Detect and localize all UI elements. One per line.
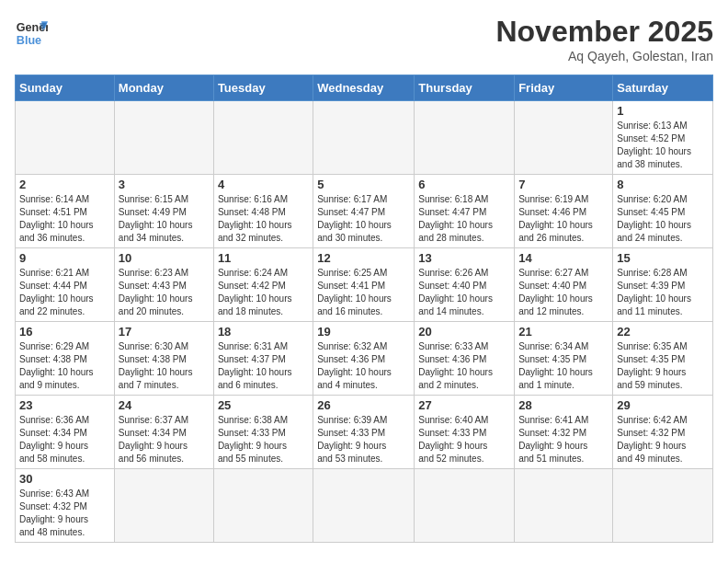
calendar-cell: 21Sunrise: 6:34 AM Sunset: 4:35 PM Dayli… [515,322,613,396]
calendar-cell [213,469,313,543]
day-info: Sunrise: 6:28 AM Sunset: 4:39 PM Dayligh… [617,267,709,318]
calendar-week-row: 1Sunrise: 6:13 AM Sunset: 4:52 PM Daylig… [16,101,713,175]
day-info: Sunrise: 6:40 AM Sunset: 4:33 PM Dayligh… [418,414,510,465]
day-header-saturday: Saturday [613,75,713,101]
calendar-cell: 15Sunrise: 6:28 AM Sunset: 4:39 PM Dayli… [613,248,713,322]
day-info: Sunrise: 6:35 AM Sunset: 4:35 PM Dayligh… [617,340,709,392]
day-number: 27 [418,398,510,412]
day-header-wednesday: Wednesday [313,75,415,101]
day-info: Sunrise: 6:39 AM Sunset: 4:33 PM Dayligh… [317,414,410,465]
day-number: 3 [119,178,210,191]
day-header-tuesday: Tuesday [213,75,313,101]
svg-text:Blue: Blue [17,34,41,47]
location-subtitle: Aq Qayeh, Golestan, Iran [495,49,713,63]
day-header-friday: Friday [515,75,613,101]
page-header: General Blue November 2025 Aq Qayeh, Gol… [15,15,713,63]
calendar-cell: 10Sunrise: 6:23 AM Sunset: 4:43 PM Dayli… [114,248,213,322]
calendar-cell: 20Sunrise: 6:33 AM Sunset: 4:36 PM Dayli… [415,322,515,396]
calendar-cell [415,101,515,175]
day-number: 8 [617,178,709,191]
calendar-week-row: 16Sunrise: 6:29 AM Sunset: 4:38 PM Dayli… [16,322,713,396]
day-number: 13 [418,251,510,265]
calendar-cell [613,469,713,543]
calendar-cell: 27Sunrise: 6:40 AM Sunset: 4:33 PM Dayli… [415,396,515,469]
calendar-cell [415,469,515,543]
calendar-cell: 25Sunrise: 6:38 AM Sunset: 4:33 PM Dayli… [213,396,313,469]
calendar-week-row: 30Sunrise: 6:43 AM Sunset: 4:32 PM Dayli… [16,469,713,543]
day-info: Sunrise: 6:42 AM Sunset: 4:32 PM Dayligh… [617,414,709,465]
day-info: Sunrise: 6:29 AM Sunset: 4:38 PM Dayligh… [19,340,110,392]
day-number: 18 [218,325,309,339]
calendar-cell: 8Sunrise: 6:20 AM Sunset: 4:45 PM Daylig… [613,175,713,248]
calendar-cell [114,101,213,175]
day-info: Sunrise: 6:23 AM Sunset: 4:43 PM Dayligh… [119,267,210,318]
day-header-thursday: Thursday [415,75,515,101]
day-info: Sunrise: 6:36 AM Sunset: 4:34 PM Dayligh… [19,414,110,465]
calendar-table: SundayMondayTuesdayWednesdayThursdayFrid… [15,75,713,543]
day-number: 5 [317,178,410,191]
calendar-cell: 28Sunrise: 6:41 AM Sunset: 4:32 PM Dayli… [515,396,613,469]
day-info: Sunrise: 6:32 AM Sunset: 4:36 PM Dayligh… [317,340,410,392]
logo: General Blue [15,15,48,48]
title-block: November 2025 Aq Qayeh, Golestan, Iran [495,15,713,63]
logo-icon: General Blue [15,15,48,48]
day-info: Sunrise: 6:27 AM Sunset: 4:40 PM Dayligh… [518,267,609,318]
day-number: 4 [218,178,309,191]
day-number: 30 [19,472,110,486]
day-info: Sunrise: 6:30 AM Sunset: 4:38 PM Dayligh… [119,340,210,392]
calendar-cell: 5Sunrise: 6:17 AM Sunset: 4:47 PM Daylig… [313,175,415,248]
day-header-sunday: Sunday [16,75,115,101]
day-number: 12 [317,251,410,265]
day-number: 20 [418,325,510,339]
day-number: 11 [218,251,309,265]
calendar-cell: 7Sunrise: 6:19 AM Sunset: 4:46 PM Daylig… [515,175,613,248]
calendar-cell: 18Sunrise: 6:31 AM Sunset: 4:37 PM Dayli… [213,322,313,396]
calendar-cell [515,101,613,175]
day-info: Sunrise: 6:41 AM Sunset: 4:32 PM Dayligh… [518,414,609,465]
day-number: 15 [617,251,709,265]
day-number: 9 [19,251,110,265]
day-number: 26 [317,398,410,412]
day-number: 10 [119,251,210,265]
calendar-cell [515,469,613,543]
day-info: Sunrise: 6:43 AM Sunset: 4:32 PM Dayligh… [19,488,110,539]
day-info: Sunrise: 6:20 AM Sunset: 4:45 PM Dayligh… [617,193,709,245]
calendar-week-row: 2Sunrise: 6:14 AM Sunset: 4:51 PM Daylig… [16,175,713,248]
day-header-monday: Monday [114,75,213,101]
calendar-cell: 26Sunrise: 6:39 AM Sunset: 4:33 PM Dayli… [313,396,415,469]
calendar-cell: 13Sunrise: 6:26 AM Sunset: 4:40 PM Dayli… [415,248,515,322]
day-number: 1 [617,104,709,118]
day-number: 14 [518,251,609,265]
day-info: Sunrise: 6:26 AM Sunset: 4:40 PM Dayligh… [418,267,510,318]
day-number: 17 [119,325,210,339]
calendar-cell: 16Sunrise: 6:29 AM Sunset: 4:38 PM Dayli… [16,322,115,396]
calendar-cell: 19Sunrise: 6:32 AM Sunset: 4:36 PM Dayli… [313,322,415,396]
calendar-cell: 30Sunrise: 6:43 AM Sunset: 4:32 PM Dayli… [16,469,115,543]
day-number: 7 [518,178,609,191]
day-info: Sunrise: 6:38 AM Sunset: 4:33 PM Dayligh… [218,414,309,465]
calendar-cell: 3Sunrise: 6:15 AM Sunset: 4:49 PM Daylig… [114,175,213,248]
calendar-cell: 9Sunrise: 6:21 AM Sunset: 4:44 PM Daylig… [16,248,115,322]
calendar-cell: 4Sunrise: 6:16 AM Sunset: 4:48 PM Daylig… [213,175,313,248]
day-info: Sunrise: 6:17 AM Sunset: 4:47 PM Dayligh… [317,193,410,245]
calendar-cell: 12Sunrise: 6:25 AM Sunset: 4:41 PM Dayli… [313,248,415,322]
calendar-cell: 22Sunrise: 6:35 AM Sunset: 4:35 PM Dayli… [613,322,713,396]
calendar-cell [313,469,415,543]
calendar-cell: 2Sunrise: 6:14 AM Sunset: 4:51 PM Daylig… [16,175,115,248]
day-number: 25 [218,398,309,412]
day-number: 23 [19,398,110,412]
calendar-cell [114,469,213,543]
calendar-cell: 23Sunrise: 6:36 AM Sunset: 4:34 PM Dayli… [16,396,115,469]
calendar-header-row: SundayMondayTuesdayWednesdayThursdayFrid… [16,75,713,101]
day-number: 16 [19,325,110,339]
calendar-cell: 1Sunrise: 6:13 AM Sunset: 4:52 PM Daylig… [613,101,713,175]
day-info: Sunrise: 6:25 AM Sunset: 4:41 PM Dayligh… [317,267,410,318]
calendar-cell: 6Sunrise: 6:18 AM Sunset: 4:47 PM Daylig… [415,175,515,248]
day-info: Sunrise: 6:21 AM Sunset: 4:44 PM Dayligh… [19,267,110,318]
calendar-week-row: 23Sunrise: 6:36 AM Sunset: 4:34 PM Dayli… [16,396,713,469]
day-info: Sunrise: 6:14 AM Sunset: 4:51 PM Dayligh… [19,193,110,245]
calendar-cell: 14Sunrise: 6:27 AM Sunset: 4:40 PM Dayli… [515,248,613,322]
day-number: 21 [518,325,609,339]
day-number: 28 [518,398,609,412]
day-number: 24 [119,398,210,412]
